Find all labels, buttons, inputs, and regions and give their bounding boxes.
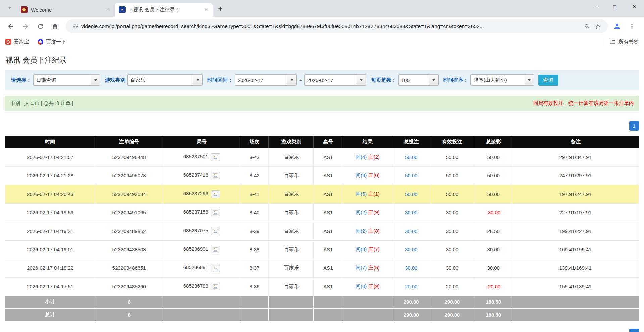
all-bookmarks-button[interactable]: 所有书签 xyxy=(604,38,639,46)
round-replay-button[interactable] xyxy=(211,283,220,290)
taobao-icon xyxy=(5,39,11,45)
date-from-input[interactable] xyxy=(235,75,287,85)
cell-round: 685236788 xyxy=(163,277,240,296)
round-number: 685237293 xyxy=(183,191,208,196)
home-button[interactable] xyxy=(48,19,62,33)
bookmarks-bar: 爱淘宝 百度一下 所有书签 xyxy=(0,36,644,48)
total-bet-link[interactable]: 30.00 xyxy=(405,265,418,271)
page-1-button[interactable]: 1 xyxy=(629,329,639,332)
total-bet-link[interactable]: 50.00 xyxy=(405,154,418,160)
cell-note: 159.41/139.41 xyxy=(512,277,639,296)
back-button[interactable] xyxy=(4,19,17,33)
address-bar[interactable]: videoie.com/ipl/portal.php/game/betrecor… xyxy=(66,19,608,33)
tab-welcome[interactable]: Welcome × xyxy=(17,3,115,17)
bookmark-aitaobao[interactable]: 爱淘宝 xyxy=(5,39,29,45)
dropdown-button[interactable] xyxy=(525,75,534,85)
payout-value: 50.00 xyxy=(487,191,500,197)
round-replay-button[interactable] xyxy=(211,209,220,216)
total-row-cell xyxy=(240,308,269,321)
cell-result: 闲(2) 庄(8) xyxy=(342,222,393,240)
dropdown-button[interactable] xyxy=(357,75,366,85)
close-window-button[interactable]: × xyxy=(625,0,644,13)
dropdown-button[interactable] xyxy=(91,75,100,85)
new-tab-button[interactable]: + xyxy=(215,3,226,14)
total-row-cell xyxy=(314,308,342,321)
dropdown-button[interactable] xyxy=(193,75,202,85)
search-button[interactable]: 查询 xyxy=(538,75,558,86)
player-result: 闲(0) xyxy=(356,283,367,289)
dropdown-button[interactable] xyxy=(429,75,438,85)
round-replay-button[interactable] xyxy=(211,227,220,235)
page-content: 视讯 会员下注纪录 请选择： 游戏类别 时间区间： ~ 每页笔数： 时间排序： xyxy=(0,55,644,332)
subtotal-row-cell xyxy=(314,296,342,308)
subtotal-row-cell xyxy=(269,296,314,308)
subtotal-row-cell: 290.00 xyxy=(393,296,430,308)
cell-result: 闲(7) 庄(5) xyxy=(342,259,393,277)
bookmark-baidu[interactable]: 百度一下 xyxy=(38,39,66,45)
game-type-input[interactable] xyxy=(128,75,193,85)
chevron-down-icon xyxy=(197,79,199,81)
column-header: 桌号 xyxy=(314,136,342,148)
cell-bet-id: 523209496448 xyxy=(95,148,163,166)
banker-result: 庄(5) xyxy=(368,265,379,271)
total-bet-link[interactable]: 30.00 xyxy=(405,247,418,252)
total-bet-link[interactable]: 20.00 xyxy=(405,284,418,289)
banker-result: 庄(8) xyxy=(368,228,379,234)
total-bet-link[interactable]: 50.00 xyxy=(405,173,418,178)
bookmark-star-icon[interactable] xyxy=(592,21,603,32)
window-controls: ─ □ × xyxy=(586,0,644,13)
maximize-button[interactable]: □ xyxy=(605,0,625,13)
page-1-button[interactable]: 1 xyxy=(629,121,639,131)
payout-value: 50.00 xyxy=(487,154,500,160)
date-to-input[interactable] xyxy=(305,75,357,85)
tab-search-button[interactable] xyxy=(4,3,15,14)
cell-session: 8-42 xyxy=(240,166,269,185)
filter-date-to xyxy=(304,74,366,86)
cell-total-bet: 30.00 xyxy=(393,203,430,222)
table-row: 2026-02-17 04:18:22523209486651685236881… xyxy=(5,259,639,277)
per-page-input[interactable] xyxy=(399,75,429,85)
total-bet-link[interactable]: 30.00 xyxy=(405,210,418,215)
total-row-cell xyxy=(269,308,314,321)
tab-bet-records[interactable]: :::视讯 会员下注纪录::: × xyxy=(115,3,213,17)
welcome-favicon-icon xyxy=(21,6,28,13)
round-replay-button[interactable] xyxy=(211,190,220,198)
filter-date-from xyxy=(235,74,297,86)
reload-button[interactable] xyxy=(34,19,47,33)
sort-input[interactable] xyxy=(471,75,525,85)
cell-note: 227.91/197.91 xyxy=(512,203,639,222)
select-type-input[interactable] xyxy=(34,75,91,85)
cell-session: 8-43 xyxy=(240,148,269,166)
close-tab-icon[interactable]: × xyxy=(104,6,112,14)
site-settings-icon[interactable] xyxy=(70,21,81,32)
round-replay-button[interactable] xyxy=(211,246,220,253)
cell-bet-id: 523209486651 xyxy=(95,259,163,277)
forward-button[interactable] xyxy=(19,19,32,33)
cell-table-no: AS1 xyxy=(314,259,342,277)
close-tab-icon[interactable]: × xyxy=(202,6,210,14)
pagination-bottom: 1 xyxy=(5,329,639,332)
browser-nav-bar: videoie.com/ipl/portal.php/game/betrecor… xyxy=(0,17,644,36)
cell-total-bet: 50.00 xyxy=(393,185,430,203)
profile-avatar-icon[interactable] xyxy=(610,19,624,33)
cell-game-type: 百家乐 xyxy=(269,259,314,277)
table-row: 2026-02-17 04:20:43523209493034685237293… xyxy=(5,185,639,203)
browser-menu-icon[interactable] xyxy=(625,19,639,33)
dropdown-button[interactable] xyxy=(287,75,296,85)
select-type-label: 请选择： xyxy=(11,77,31,83)
cell-table-no: AS1 xyxy=(314,203,342,222)
cell-valid-bet: 30.00 xyxy=(430,259,475,277)
total-bet-link[interactable]: 50.00 xyxy=(405,191,418,197)
total-bet-link[interactable]: 30.00 xyxy=(405,228,418,234)
zoom-icon[interactable] xyxy=(582,21,592,32)
cell-payout: 28.50 xyxy=(475,222,512,240)
round-replay-button[interactable] xyxy=(211,153,220,161)
total-row-cell xyxy=(342,308,393,321)
photo-icon xyxy=(213,247,218,252)
round-replay-button[interactable] xyxy=(211,172,220,179)
tab-title: :::视讯 会员下注纪录::: xyxy=(129,7,200,13)
round-replay-button[interactable] xyxy=(211,264,220,272)
cell-round: 685236881 xyxy=(163,259,240,277)
video-favicon-icon xyxy=(119,6,126,13)
minimize-button[interactable]: ─ xyxy=(586,0,605,13)
